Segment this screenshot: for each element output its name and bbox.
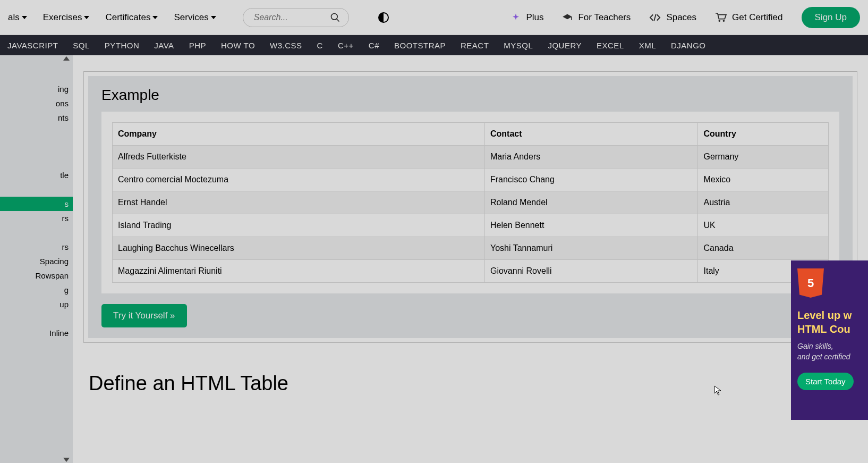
table-cell: UK [698,214,829,237]
sidebar-item-13[interactable]: Rowspan [0,268,73,283]
table-row: Alfreds FutterkisteMaria AndersGermany [113,146,829,169]
sidebar-item-10[interactable] [0,225,73,240]
table-cell: Maria Anders [484,146,698,169]
subnav-item-howto[interactable]: HOW TO [214,41,262,50]
chevron-down-icon [211,16,216,19]
table-row: Island TradingHelen BennettUK [113,214,829,237]
table-cell: Centro comercial Moctezuma [113,169,485,191]
table-cell: Germany [698,146,829,169]
table-row: Magazzini Alimentari RiunitiGiovanni Rov… [113,260,829,283]
nav-services[interactable]: Services [174,12,216,23]
subnav-item-c[interactable]: C# [361,41,387,50]
ad-title-line1: Level up w [797,308,862,322]
nav-certified[interactable]: Get Certified [715,12,782,23]
subnav-item-java[interactable]: JAVA [147,41,181,50]
ad-start-button[interactable]: Start Today [797,373,854,390]
top-nav: als Exercises Certificates Services Plus… [0,0,868,35]
svg-point-0 [331,13,337,20]
section-heading: Define an HTML Table [89,372,852,395]
table-cell: Roland Mendel [484,191,698,214]
sidebar-item-15[interactable]: up [0,297,73,312]
chevron-down-icon [84,16,89,19]
table-header-country: Country [698,123,829,146]
try-it-button[interactable]: Try it Yourself » [101,304,187,327]
sidebar-item-5[interactable] [0,154,73,168]
sidebar-item-7[interactable] [0,182,73,197]
svg-point-3 [723,20,725,22]
table-header-contact: Contact [484,123,698,146]
sidebar-item-14[interactable]: g [0,283,73,297]
nav-tutorials[interactable]: als [8,12,27,23]
subnav-item-django[interactable]: DJANGO [663,41,713,50]
subnav-item-python[interactable]: PYTHON [97,41,147,50]
nav-certificates[interactable]: Certificates [105,12,158,23]
graduation-icon [562,13,573,22]
svg-line-1 [336,19,339,21]
sidebar-item-8[interactable]: s [0,197,73,211]
cursor-icon [714,385,721,396]
top-nav-right: Plus For Teachers Spaces Get Certified S… [511,7,860,28]
subnav-item-c[interactable]: C [310,41,330,50]
ad-panel[interactable]: 5 Level up w HTML Cou Gain skills, and g… [791,260,868,420]
ad-sub-line2: and get certified [797,352,862,363]
subnav-item-w3css[interactable]: W3.CSS [262,41,310,50]
table-cell: Magazzini Alimentari Riuniti [113,260,485,283]
sidebar-item-6[interactable]: tle [0,168,73,182]
top-nav-left: als Exercises Certificates Services [8,8,389,27]
nav-exercises[interactable]: Exercises [43,12,90,23]
nav-spaces-label: Spaces [666,12,696,23]
subnav-item-mysql[interactable]: MYSQL [496,41,540,50]
example-panel: Example CompanyContactCountry Alfreds Fu… [83,71,857,343]
subnav-item-react[interactable]: REACT [453,41,496,50]
example-title: Example [101,87,839,104]
sidebar-item-12[interactable]: Spacing [0,254,73,268]
sidebar-item-16[interactable] [0,312,73,326]
search-input[interactable] [254,13,325,22]
scroll-down-icon[interactable] [63,458,70,462]
subnav-item-javascript[interactable]: JAVASCRIPT [0,41,65,50]
table-cell: Laughing Bacchus Winecellars [113,237,485,260]
sidebar: ingonsnts tle srs rsSpacingRowspangup In… [0,55,73,463]
sidebar-item-11[interactable]: rs [0,240,73,254]
table-cell: Giovanni Rovelli [484,260,698,283]
nav-plus-label: Plus [526,12,543,23]
nav-teachers[interactable]: For Teachers [562,12,631,23]
nav-plus[interactable]: Plus [511,12,543,23]
scroll-up-icon[interactable] [63,56,70,61]
code-icon [649,13,661,22]
subnav-item-c[interactable]: C++ [330,41,361,50]
search-icon[interactable] [330,12,341,23]
html5-icon: 5 [797,268,824,298]
table-header-company: Company [113,123,485,146]
sidebar-item-2[interactable]: nts [0,111,73,125]
svg-point-2 [719,20,721,22]
subnav-item-excel[interactable]: EXCEL [589,41,632,50]
theme-toggle-icon[interactable] [378,12,389,23]
subnav-item-sql[interactable]: SQL [65,41,97,50]
sidebar-item-1[interactable]: ons [0,96,73,111]
nav-spaces[interactable]: Spaces [649,12,696,23]
subnav-item-xml[interactable]: XML [632,41,663,50]
sub-nav: JAVASCRIPTSQLPYTHONJAVAPHPHOW TOW3.CSSCC… [0,35,868,55]
chevron-down-icon [152,16,158,19]
nav-exercises-label: Exercises [43,12,82,23]
nav-certificates-label: Certificates [105,12,150,23]
sidebar-item-4[interactable] [0,139,73,154]
table-row: Ernst HandelRoland MendelAustria [113,191,829,214]
subnav-item-bootstrap[interactable]: BOOTSTRAP [387,41,453,50]
sidebar-item-0[interactable]: ing [0,82,73,96]
subnav-item-jquery[interactable]: JQUERY [540,41,589,50]
chevron-down-icon [22,16,27,19]
sidebar-item-3[interactable] [0,125,73,139]
sidebar-item-9[interactable]: rs [0,211,73,225]
sidebar-item-17[interactable]: Inline [0,326,73,340]
table-cell: Ernst Handel [113,191,485,214]
example-table: CompanyContactCountry Alfreds Futterkist… [112,122,829,283]
signup-button[interactable]: Sign Up [802,7,860,28]
table-cell: Mexico [698,169,829,191]
layout: ingonsnts tle srs rsSpacingRowspangup In… [0,55,868,463]
table-cell: Island Trading [113,214,485,237]
nav-teachers-label: For Teachers [578,12,631,23]
search-box[interactable] [243,8,349,27]
subnav-item-php[interactable]: PHP [182,41,214,50]
